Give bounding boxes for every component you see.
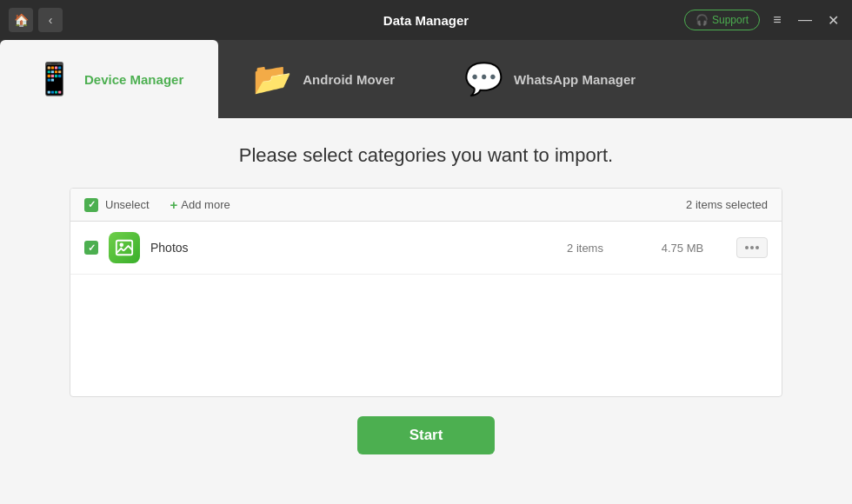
minimize-icon: — [798, 12, 812, 28]
dot1 [745, 246, 749, 249]
page-heading: Please select categories you want to imp… [239, 144, 613, 167]
tab-device-manager[interactable]: 📱 Device Manager [0, 40, 218, 118]
photos-checkbox[interactable] [84, 241, 98, 255]
back-icon: ‹ [49, 13, 53, 27]
home-button[interactable]: 🏠 [9, 8, 33, 32]
headphone-icon: 🎧 [696, 14, 709, 26]
whatsapp-manager-icon: 💬 [464, 63, 503, 95]
tab-android-mover[interactable]: 📂 Android Mover [218, 40, 429, 118]
photos-count: 2 items [542, 242, 629, 255]
android-mover-icon: 📂 [253, 63, 292, 95]
photos-icon [109, 232, 140, 263]
device-manager-icon: 📱 [35, 63, 74, 95]
whatsapp-manager-label: WhatsApp Manager [514, 72, 636, 87]
title-bar-right: 🎧 Support ≡ — ✕ [684, 10, 843, 30]
category-list-panel: Unselect + Add more 2 items selected Pho… [70, 188, 782, 397]
menu-button[interactable]: ≡ [767, 10, 788, 30]
svg-point-0 [120, 243, 124, 248]
start-button[interactable]: Start [357, 416, 496, 454]
main-content: Please select categories you want to imp… [0, 118, 852, 504]
list-header: Unselect + Add more 2 items selected [70, 189, 782, 222]
dot3 [755, 246, 759, 249]
support-button[interactable]: 🎧 Support [684, 10, 760, 30]
add-more-label: Add more [181, 198, 230, 211]
support-label: Support [712, 14, 749, 26]
list-empty-area [70, 275, 782, 396]
tab-bar: 📱 Device Manager 📂 Android Mover 💬 Whats… [0, 40, 852, 118]
photos-name: Photos [150, 241, 531, 255]
plus-icon: + [170, 197, 178, 212]
photos-size: 4.75 MB [639, 242, 726, 255]
table-row: Photos 2 items 4.75 MB [70, 222, 782, 275]
title-bar-left: 🏠 ‹ [9, 8, 63, 32]
add-more-button[interactable]: + Add more [170, 197, 230, 212]
device-manager-label: Device Manager [84, 72, 183, 87]
close-icon: ✕ [828, 12, 839, 29]
title-bar: 🏠 ‹ Data Manager 🎧 Support ≡ — ✕ [0, 0, 852, 40]
items-selected-count: 2 items selected [686, 198, 768, 211]
photos-more-button[interactable] [736, 237, 768, 258]
menu-icon: ≡ [773, 12, 781, 28]
app-title: Data Manager [383, 13, 469, 28]
close-button[interactable]: ✕ [822, 10, 843, 30]
tab-whatsapp-manager[interactable]: 💬 WhatsApp Manager [429, 40, 670, 118]
unselect-checkbox[interactable] [84, 198, 98, 212]
android-mover-label: Android Mover [303, 72, 395, 87]
back-button[interactable]: ‹ [38, 8, 63, 32]
unselect-label[interactable]: Unselect [105, 198, 150, 211]
minimize-button[interactable]: — [795, 10, 815, 30]
dot2 [750, 246, 754, 249]
home-icon: 🏠 [14, 13, 29, 27]
header-left: Unselect + Add more [84, 197, 686, 212]
